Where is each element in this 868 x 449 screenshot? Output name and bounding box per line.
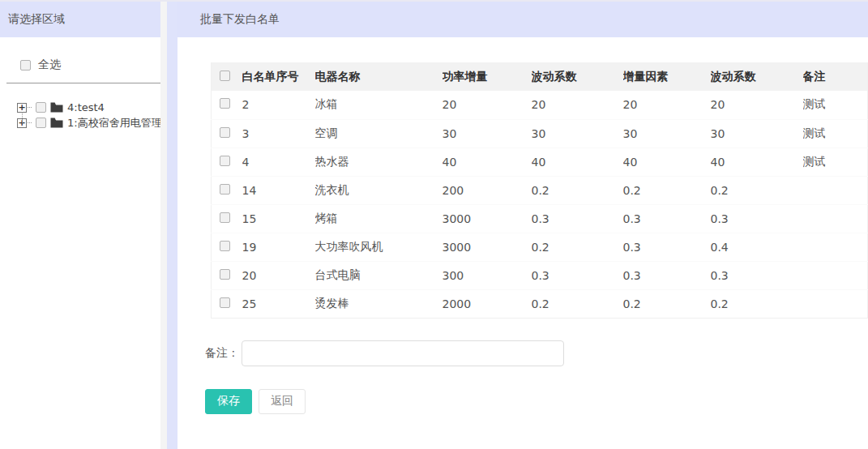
table-cell: 0.2	[623, 289, 711, 318]
tree-node-checkbox[interactable]	[36, 118, 46, 128]
back-button[interactable]: 返回	[259, 389, 306, 414]
table-cell: 0.3	[623, 204, 711, 233]
row-checkbox-cell	[212, 289, 242, 318]
table-cell: 0.2	[623, 176, 711, 204]
save-button[interactable]: 保存	[205, 389, 252, 414]
region-select-panel: 请选择区域 全选 + 4:test4 + 1:高校宿舍用电管理	[0, 0, 167, 449]
table-cell: 20	[623, 91, 711, 119]
folder-icon	[50, 102, 63, 113]
table-cell: 30	[711, 119, 803, 148]
table-cell: 空调	[315, 119, 443, 148]
row-checkbox-cell	[212, 233, 242, 261]
remark-form-row: 备注：	[205, 340, 868, 366]
row-checkbox[interactable]	[220, 269, 230, 280]
select-all-label: 全选	[38, 58, 61, 72]
tree-node-checkbox[interactable]	[36, 102, 46, 113]
table-cell: 台式电脑	[315, 261, 443, 289]
row-checkbox[interactable]	[220, 212, 230, 223]
table-cell: 300	[443, 261, 532, 289]
whitelist-panel: 批量下发白名单 白名单序号电器名称功率增量波动系数增量因素波动系数备注 2冰箱2…	[177, 0, 868, 449]
table-cell: 2	[242, 91, 315, 119]
table-cell	[803, 176, 868, 204]
column-header: 功率增量	[443, 62, 532, 91]
table-cell: 0.4	[711, 233, 803, 261]
header-checkbox[interactable]	[220, 71, 230, 81]
table-cell: 30	[443, 119, 532, 148]
table-header-row: 白名单序号电器名称功率增量波动系数增量因素波动系数备注	[212, 62, 868, 91]
table-cell: 200	[443, 176, 532, 204]
row-checkbox[interactable]	[220, 184, 230, 195]
row-checkbox-cell	[212, 176, 242, 204]
table-cell: 3000	[443, 233, 532, 261]
column-header: 白名单序号	[242, 62, 315, 91]
table-cell: 40	[711, 148, 803, 176]
tree-connector-line	[22, 112, 23, 123]
row-checkbox[interactable]	[220, 98, 230, 109]
row-checkbox-cell	[212, 148, 242, 176]
table-cell: 15	[242, 204, 315, 233]
page-title: 批量下发白名单	[177, 0, 868, 37]
table-cell: 测试	[803, 119, 868, 148]
table-cell: 19	[242, 233, 315, 261]
table-cell: 20	[711, 91, 803, 119]
row-checkbox[interactable]	[220, 127, 230, 138]
column-header: 增量因素	[623, 62, 711, 91]
table-cell: 0.3	[623, 261, 711, 289]
tree-item-dorm-power[interactable]: + 1:高校宿舍用电管理	[17, 115, 167, 130]
table-cell	[803, 233, 868, 261]
table-cell: 0.2	[711, 289, 803, 318]
tree-item-test4[interactable]: + 4:test4	[17, 100, 167, 115]
table-cell: 0.3	[623, 233, 711, 261]
row-checkbox[interactable]	[220, 241, 230, 251]
table-row: 25烫发棒20000.20.20.2	[212, 289, 868, 318]
table-cell: 洗衣机	[315, 176, 443, 204]
table-cell: 0.3	[711, 261, 803, 289]
select-all-row[interactable]: 全选	[20, 58, 167, 72]
whitelist-table: 白名单序号电器名称功率增量波动系数增量因素波动系数备注 2冰箱20202020测…	[211, 62, 868, 319]
table-cell: 30	[532, 119, 623, 148]
table-cell: 烫发棒	[315, 289, 443, 318]
table-cell: 大功率吹风机	[315, 233, 443, 261]
table-cell: 3	[242, 119, 315, 148]
remark-label: 备注：	[205, 346, 239, 361]
table-cell: 烤箱	[315, 204, 443, 233]
table-cell: 0.3	[532, 261, 623, 289]
table-row: 14洗衣机2000.20.20.2	[212, 176, 868, 204]
table-cell: 20	[443, 91, 532, 119]
table-cell: 测试	[803, 148, 868, 176]
folder-icon	[50, 118, 63, 128]
tree-dot-connector	[28, 122, 32, 123]
table-row: 3空调30303030测试	[212, 119, 868, 148]
column-header: 电器名称	[315, 62, 443, 91]
row-checkbox-cell	[212, 119, 242, 148]
select-all-checkbox[interactable]	[20, 60, 31, 71]
column-header: 波动系数	[532, 62, 623, 91]
table-cell: 3000	[443, 204, 532, 233]
expand-icon[interactable]: +	[17, 103, 27, 113]
action-buttons: 保存 返回	[205, 389, 868, 414]
sidebar-title: 请选择区域	[0, 0, 167, 37]
table-cell: 测试	[803, 91, 868, 119]
table-cell	[803, 261, 868, 289]
table-cell: 2000	[443, 289, 532, 318]
tree-item-label[interactable]: 4:test4	[67, 101, 105, 113]
table-cell: 热水器	[315, 148, 443, 176]
remark-input[interactable]	[242, 340, 564, 366]
top-border-line	[0, 0, 868, 2]
table-cell: 0.2	[711, 176, 803, 204]
table-cell: 0.3	[532, 204, 623, 233]
table-cell: 30	[623, 119, 711, 148]
table-row: 4热水器40404040测试	[212, 148, 868, 176]
table-cell	[803, 289, 868, 318]
row-checkbox[interactable]	[220, 156, 230, 166]
row-checkbox[interactable]	[220, 297, 230, 308]
sidebar-scrollbar[interactable]	[160, 0, 167, 449]
table-cell: 0.2	[532, 289, 623, 318]
row-checkbox-cell	[212, 261, 242, 289]
table-cell: 40	[532, 148, 623, 176]
table-row: 20台式电脑3000.30.30.3	[212, 261, 868, 289]
table-cell: 20	[242, 261, 315, 289]
table-cell: 40	[623, 148, 711, 176]
tree-item-label[interactable]: 1:高校宿舍用电管理	[67, 116, 162, 130]
column-header: 备注	[803, 62, 868, 91]
